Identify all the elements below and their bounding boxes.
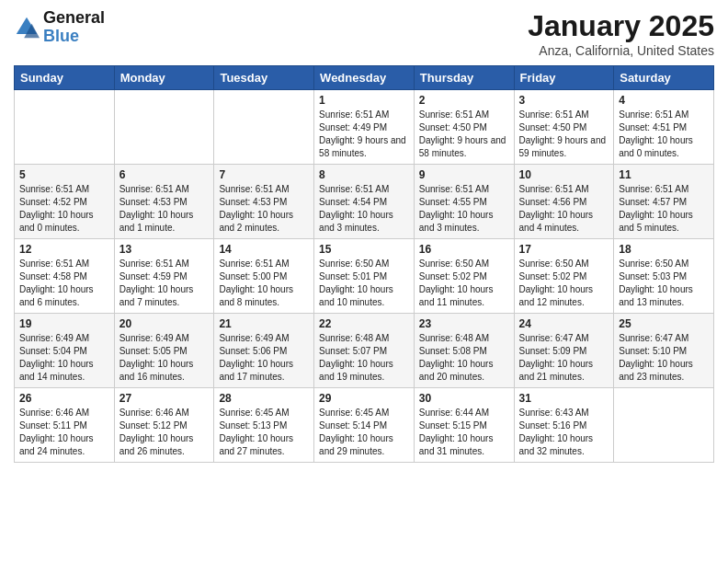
calendar-table: SundayMondayTuesdayWednesdayThursdayFrid…: [14, 65, 714, 463]
calendar-day-cell: 6Sunrise: 6:51 AMSunset: 4:53 PMDaylight…: [114, 165, 214, 239]
calendar-day-cell: 27Sunrise: 6:46 AMSunset: 5:12 PMDayligh…: [114, 388, 214, 463]
day-number: 21: [219, 317, 309, 330]
day-number: 23: [419, 317, 509, 330]
weekday-header: Thursday: [414, 66, 514, 90]
day-number: 4: [619, 94, 709, 107]
day-info: Sunrise: 6:51 AMSunset: 5:00 PMDaylight:…: [219, 258, 309, 309]
weekday-header: Sunday: [15, 66, 115, 90]
title-block: January 2025 Anza, California, United St…: [528, 9, 714, 58]
day-number: 8: [319, 168, 409, 181]
day-number: 28: [219, 392, 309, 405]
calendar-week-row: 19Sunrise: 6:49 AMSunset: 5:04 PMDayligh…: [15, 314, 714, 388]
day-number: 6: [119, 168, 210, 181]
day-number: 27: [119, 392, 210, 405]
day-number: 24: [519, 317, 609, 330]
weekday-header: Tuesday: [214, 66, 314, 90]
calendar-week-row: 1Sunrise: 6:51 AMSunset: 4:49 PMDaylight…: [15, 90, 714, 165]
calendar-day-cell: 20Sunrise: 6:49 AMSunset: 5:05 PMDayligh…: [114, 314, 214, 388]
day-number: 16: [419, 243, 509, 256]
weekday-header: Monday: [114, 66, 214, 90]
weekday-header: Friday: [514, 66, 614, 90]
calendar-day-cell: 25Sunrise: 6:47 AMSunset: 5:10 PMDayligh…: [614, 314, 714, 388]
calendar-day-cell: 31Sunrise: 6:43 AMSunset: 5:16 PMDayligh…: [514, 388, 614, 463]
calendar-day-cell: 8Sunrise: 6:51 AMSunset: 4:54 PMDaylight…: [314, 165, 415, 239]
day-info: Sunrise: 6:47 AMSunset: 5:10 PMDaylight:…: [619, 332, 709, 384]
day-number: 13: [119, 243, 210, 256]
calendar-day-cell: 16Sunrise: 6:50 AMSunset: 5:02 PMDayligh…: [414, 239, 514, 314]
logo-icon: [14, 15, 40, 40]
day-number: 5: [19, 168, 109, 181]
day-info: Sunrise: 6:49 AMSunset: 5:04 PMDaylight:…: [19, 332, 109, 384]
day-number: 29: [319, 392, 409, 405]
day-info: Sunrise: 6:51 AMSunset: 4:53 PMDaylight:…: [219, 183, 309, 235]
logo-text: General Blue: [43, 9, 105, 46]
calendar-day-cell: 19Sunrise: 6:49 AMSunset: 5:04 PMDayligh…: [15, 314, 115, 388]
day-info: Sunrise: 6:47 AMSunset: 5:09 PMDaylight:…: [519, 332, 609, 384]
day-info: Sunrise: 6:46 AMSunset: 5:11 PMDaylight:…: [19, 407, 109, 458]
location-subtitle: Anza, California, United States: [528, 43, 714, 58]
day-number: 9: [419, 168, 509, 181]
calendar-day-cell: 18Sunrise: 6:50 AMSunset: 5:03 PMDayligh…: [614, 239, 714, 314]
day-number: 19: [19, 317, 109, 330]
day-info: Sunrise: 6:45 AMSunset: 5:13 PMDaylight:…: [219, 407, 309, 458]
day-info: Sunrise: 6:49 AMSunset: 5:06 PMDaylight:…: [219, 332, 309, 384]
day-info: Sunrise: 6:46 AMSunset: 5:12 PMDaylight:…: [119, 407, 210, 458]
calendar-week-row: 26Sunrise: 6:46 AMSunset: 5:11 PMDayligh…: [15, 388, 714, 463]
calendar-day-cell: 26Sunrise: 6:46 AMSunset: 5:11 PMDayligh…: [15, 388, 115, 463]
day-info: Sunrise: 6:51 AMSunset: 4:59 PMDaylight:…: [119, 258, 210, 309]
calendar-day-cell: 22Sunrise: 6:48 AMSunset: 5:07 PMDayligh…: [314, 314, 415, 388]
calendar-day-cell: 11Sunrise: 6:51 AMSunset: 4:57 PMDayligh…: [614, 165, 714, 239]
day-info: Sunrise: 6:48 AMSunset: 5:07 PMDaylight:…: [319, 332, 409, 384]
day-info: Sunrise: 6:51 AMSunset: 4:50 PMDaylight:…: [419, 109, 509, 160]
calendar-day-cell: 7Sunrise: 6:51 AMSunset: 4:53 PMDaylight…: [214, 165, 314, 239]
day-info: Sunrise: 6:50 AMSunset: 5:01 PMDaylight:…: [319, 258, 409, 309]
day-number: 11: [619, 168, 709, 181]
calendar-day-cell: 29Sunrise: 6:45 AMSunset: 5:14 PMDayligh…: [314, 388, 415, 463]
day-info: Sunrise: 6:51 AMSunset: 4:54 PMDaylight:…: [319, 183, 409, 235]
calendar-week-row: 5Sunrise: 6:51 AMSunset: 4:52 PMDaylight…: [15, 165, 714, 239]
calendar-day-cell: [15, 90, 115, 165]
calendar-day-cell: 14Sunrise: 6:51 AMSunset: 5:00 PMDayligh…: [214, 239, 314, 314]
calendar-week-row: 12Sunrise: 6:51 AMSunset: 4:58 PMDayligh…: [15, 239, 714, 314]
page-header: General Blue January 2025 Anza, Californ…: [14, 9, 714, 58]
calendar-day-cell: 24Sunrise: 6:47 AMSunset: 5:09 PMDayligh…: [514, 314, 614, 388]
day-info: Sunrise: 6:51 AMSunset: 4:58 PMDaylight:…: [19, 258, 109, 309]
day-number: 1: [319, 94, 409, 107]
day-info: Sunrise: 6:49 AMSunset: 5:05 PMDaylight:…: [119, 332, 210, 384]
day-info: Sunrise: 6:50 AMSunset: 5:02 PMDaylight:…: [519, 258, 609, 309]
day-info: Sunrise: 6:51 AMSunset: 4:49 PMDaylight:…: [319, 109, 409, 160]
day-info: Sunrise: 6:51 AMSunset: 4:57 PMDaylight:…: [619, 183, 709, 235]
day-info: Sunrise: 6:51 AMSunset: 4:56 PMDaylight:…: [519, 183, 609, 235]
day-info: Sunrise: 6:50 AMSunset: 5:02 PMDaylight:…: [419, 258, 509, 309]
day-number: 14: [219, 243, 309, 256]
day-number: 22: [319, 317, 409, 330]
day-info: Sunrise: 6:51 AMSunset: 4:52 PMDaylight:…: [19, 183, 109, 235]
day-info: Sunrise: 6:45 AMSunset: 5:14 PMDaylight:…: [319, 407, 409, 458]
day-number: 30: [419, 392, 509, 405]
day-info: Sunrise: 6:51 AMSunset: 4:50 PMDaylight:…: [519, 109, 609, 160]
day-info: Sunrise: 6:48 AMSunset: 5:08 PMDaylight:…: [419, 332, 509, 384]
calendar-day-cell: 15Sunrise: 6:50 AMSunset: 5:01 PMDayligh…: [314, 239, 415, 314]
calendar-day-cell: 3Sunrise: 6:51 AMSunset: 4:50 PMDaylight…: [514, 90, 614, 165]
calendar-day-cell: 23Sunrise: 6:48 AMSunset: 5:08 PMDayligh…: [414, 314, 514, 388]
calendar-day-cell: 30Sunrise: 6:44 AMSunset: 5:15 PMDayligh…: [414, 388, 514, 463]
calendar-day-cell: 4Sunrise: 6:51 AMSunset: 4:51 PMDaylight…: [614, 90, 714, 165]
month-year-title: January 2025: [528, 9, 714, 43]
day-number: 25: [619, 317, 709, 330]
calendar-day-cell: 17Sunrise: 6:50 AMSunset: 5:02 PMDayligh…: [514, 239, 614, 314]
calendar-day-cell: 12Sunrise: 6:51 AMSunset: 4:58 PMDayligh…: [15, 239, 115, 314]
calendar-day-cell: 5Sunrise: 6:51 AMSunset: 4:52 PMDaylight…: [15, 165, 115, 239]
day-number: 20: [119, 317, 210, 330]
day-number: 18: [619, 243, 709, 256]
day-info: Sunrise: 6:44 AMSunset: 5:15 PMDaylight:…: [419, 407, 509, 458]
weekday-header: Wednesday: [314, 66, 415, 90]
day-info: Sunrise: 6:43 AMSunset: 5:16 PMDaylight:…: [519, 407, 609, 458]
calendar-day-cell: 13Sunrise: 6:51 AMSunset: 4:59 PMDayligh…: [114, 239, 214, 314]
calendar-day-cell: 1Sunrise: 6:51 AMSunset: 4:49 PMDaylight…: [314, 90, 415, 165]
day-info: Sunrise: 6:51 AMSunset: 4:55 PMDaylight:…: [419, 183, 509, 235]
day-info: Sunrise: 6:50 AMSunset: 5:03 PMDaylight:…: [619, 258, 709, 309]
calendar-day-cell: 9Sunrise: 6:51 AMSunset: 4:55 PMDaylight…: [414, 165, 514, 239]
calendar-day-cell: [614, 388, 714, 463]
calendar-day-cell: 28Sunrise: 6:45 AMSunset: 5:13 PMDayligh…: [214, 388, 314, 463]
day-number: 3: [519, 94, 609, 107]
